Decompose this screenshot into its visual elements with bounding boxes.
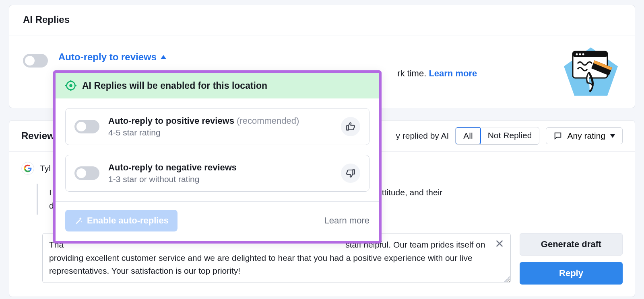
thumbs-down-icon	[341, 164, 360, 183]
auto-reply-popover: AI Replies will be enabled for this loca…	[53, 70, 382, 244]
positive-review-option: Auto-reply to positive reviews (recommen…	[65, 108, 369, 145]
segment-not-replied[interactable]: Not Replied	[481, 127, 539, 144]
popover-learn-more-link[interactable]: Learn more	[324, 215, 369, 226]
enable-button-label: Enable auto-replies	[87, 215, 169, 226]
google-source-icon	[21, 162, 34, 175]
positive-title: Auto-reply to positive reviews	[108, 116, 234, 126]
thumbs-up-icon	[341, 117, 360, 136]
svg-point-3	[576, 53, 578, 55]
popover-banner: AI Replies will be enabled for this loca…	[56, 73, 379, 98]
rating-filter-label: Any rating	[567, 131, 605, 141]
auto-reply-master-toggle[interactable]	[23, 54, 48, 68]
chevron-up-icon	[161, 55, 166, 59]
svg-point-5	[582, 53, 584, 55]
svg-point-7	[69, 84, 72, 87]
popover-banner-text: AI Replies will be enabled for this loca…	[82, 80, 267, 91]
ai-replies-learn-more-link[interactable]: Learn more	[429, 68, 477, 78]
location-target-icon	[65, 80, 76, 91]
positive-subtitle: 4-5 star rating	[108, 128, 332, 137]
ai-replies-title: AI Replies	[9, 5, 635, 35]
generate-draft-button[interactable]: Generate draft	[520, 233, 623, 256]
reviews-title: Review	[21, 130, 55, 141]
reply-button[interactable]: Reply	[520, 262, 623, 285]
hint-tail: rk time.	[397, 68, 426, 78]
review-author-name: Tyl	[40, 164, 51, 173]
writing-illustration	[561, 44, 621, 96]
auto-reply-expand[interactable]: Auto-reply to reviews	[58, 51, 621, 63]
chat-bubble-icon	[553, 131, 562, 140]
segment-all[interactable]: All	[455, 127, 481, 145]
svg-rect-2	[573, 51, 607, 57]
clear-reply-button[interactable]	[494, 238, 505, 249]
magic-wand-icon	[74, 216, 83, 225]
negative-review-option: Auto-reply to negative reviews 1-3 star …	[65, 155, 369, 192]
reply-filter-segment: All Not Replied	[455, 127, 539, 145]
negative-toggle[interactable]	[74, 166, 99, 180]
auto-reply-label: Auto-reply to reviews	[58, 51, 157, 63]
negative-title: Auto-reply to negative reviews	[108, 162, 237, 172]
enable-auto-replies-button[interactable]: Enable auto-replies	[65, 210, 178, 231]
filter-label-tail: y replied by AI	[396, 131, 449, 141]
positive-toggle[interactable]	[74, 120, 99, 133]
chevron-down-icon	[610, 134, 615, 138]
svg-point-4	[579, 53, 581, 55]
rating-filter-button[interactable]: Any rating	[546, 127, 623, 144]
negative-subtitle: 1-3 star or without rating	[108, 174, 332, 184]
